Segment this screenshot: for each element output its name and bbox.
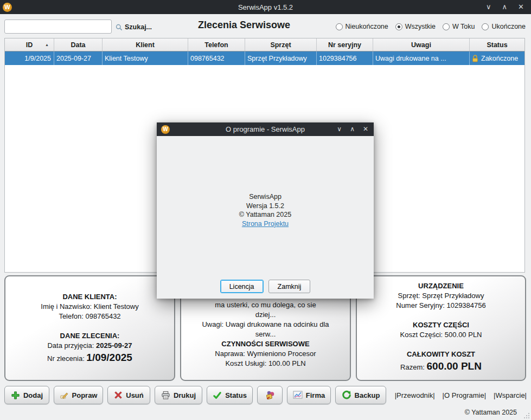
- resize-grip[interactable]: [523, 412, 530, 419]
- print-button[interactable]: Drukuj: [155, 386, 202, 404]
- service-notes-line2: serw...: [181, 329, 350, 339]
- dialog-maximize-icon[interactable]: ∧: [350, 122, 355, 136]
- filter-nieukonczone[interactable]: Nieukończone: [336, 23, 388, 30]
- total-cost-value: 600.00 PLN: [427, 360, 482, 372]
- order-number-line: Nr zlecenia: 1/09/2025: [5, 351, 174, 366]
- cell-id[interactable]: 1/9/2025: [5, 51, 54, 65]
- column-label: Telefon: [204, 41, 228, 49]
- radio-icon[interactable]: [443, 23, 450, 30]
- client-panel: DANE KLIENTA: Imię i Nazwisko: Klient Te…: [4, 275, 175, 381]
- maximize-icon[interactable]: ∧: [502, 0, 508, 14]
- dialog-minimize-icon[interactable]: ∨: [337, 122, 342, 136]
- cell-data[interactable]: 2025-09-27: [54, 51, 103, 65]
- button-label: Popraw: [72, 391, 98, 399]
- cell-uwagi[interactable]: Uwagi drukowane na ...: [373, 51, 470, 65]
- firm-button[interactable]: Firma: [287, 386, 331, 404]
- column-header-nr-seryjny[interactable]: Nr seryjny: [317, 38, 373, 51]
- total-cost-header: CAŁKOWITY KOSZT: [357, 350, 525, 359]
- column-label: Klient: [136, 41, 155, 49]
- bottom-toolbar: Dodaj Popraw Usuń Drukuj Status Firma Ba…: [4, 386, 527, 404]
- radio-icon[interactable]: [482, 23, 489, 30]
- column-label: Nr seryjny: [328, 41, 361, 49]
- license-button[interactable]: Licencja: [220, 280, 264, 293]
- filter-w-toku[interactable]: W Toku: [443, 23, 475, 30]
- cell-status[interactable]: Zakończone: [470, 51, 524, 65]
- search-icon: [116, 24, 123, 31]
- minimize-icon[interactable]: ∨: [486, 0, 491, 14]
- dialog-copyright: © Yattaman 2025: [157, 210, 374, 219]
- column-label: Status: [487, 41, 507, 49]
- column-label: Data: [71, 41, 85, 49]
- button-label: Drukuj: [174, 391, 196, 399]
- cell-nr-seryjny[interactable]: 1029384756: [317, 51, 373, 65]
- service-fault-line1: ma usterki, co mu dolega, co sie: [181, 300, 350, 310]
- service-panel-header: CZYNNOŚCI SERWISOWE: [181, 339, 350, 349]
- column-header-uwagi[interactable]: Uwagi: [373, 38, 470, 51]
- backup-refresh-icon: [342, 390, 351, 400]
- app-logo-icon: W: [3, 3, 12, 12]
- button-label: Backup: [355, 391, 380, 399]
- sort-ascending-icon: ▲: [45, 43, 49, 47]
- button-label: Usuń: [126, 391, 144, 399]
- dialog-titlebar: W O programie - SerwisApp ∨ ∧ ✕: [157, 122, 374, 136]
- cell-telefon[interactable]: 098765432: [188, 51, 245, 65]
- close-icon[interactable]: ✕: [518, 0, 524, 14]
- link-wsparcie[interactable]: |Wsparcie|: [494, 391, 527, 399]
- parts-cost-line: Koszt Części: 500.00 PLN: [357, 330, 525, 340]
- service-notes-line1: Uwagi: Uwagi drukowane na odcinku dla: [181, 320, 350, 329]
- filter-wszystkie[interactable]: Wszystkie: [395, 23, 436, 30]
- add-button[interactable]: Dodaj: [4, 386, 49, 404]
- column-header-data[interactable]: Data: [54, 38, 103, 51]
- button-label: Firma: [306, 391, 325, 399]
- table-header-row: ID ▲ Data Klient Telefon Sprzęt Nr seryj…: [5, 38, 524, 51]
- cell-sprzet[interactable]: Sprzęt Przykładowy: [245, 51, 317, 65]
- button-label: Dodaj: [23, 391, 43, 399]
- client-phone-line: Telefon: 098765432: [5, 312, 174, 321]
- dialog-close-icon[interactable]: ✕: [363, 122, 368, 136]
- total-cost-line: Razem: 600.00 PLN: [357, 359, 525, 374]
- client-name-line: Imię i Nazwisko: Klient Testowy: [5, 302, 174, 312]
- column-label: ID: [26, 41, 33, 49]
- edit-button[interactable]: Popraw: [54, 386, 103, 404]
- dialog-logo-icon: W: [161, 125, 170, 134]
- button-label: Status: [225, 391, 247, 399]
- device-panel: URZĄDZENIE Sprzęt: Sprzęt Przykładowy Nu…: [356, 275, 526, 381]
- radio-icon[interactable]: [336, 23, 343, 30]
- service-repair-line: Naprawa: Wymieniono Procesor: [181, 349, 350, 359]
- link-przewodnik[interactable]: |Przewodnik|: [395, 391, 435, 399]
- filter-ukonczone[interactable]: Ukończone: [482, 23, 526, 30]
- device-name-line: Sprzęt: Sprzęt Przykładowy: [357, 291, 525, 301]
- cell-klient[interactable]: Klient Testowy: [103, 51, 188, 65]
- pencil-icon: [60, 391, 69, 400]
- parts-cost-header: KOSZTY CZĘŚCI: [357, 320, 525, 330]
- backup-button[interactable]: Backup: [335, 386, 386, 404]
- dialog-version: Wersja 1.5.2: [157, 202, 374, 211]
- column-header-klient[interactable]: Klient: [103, 38, 188, 51]
- delete-button[interactable]: Usuń: [107, 386, 150, 404]
- column-header-telefon[interactable]: Telefon: [188, 38, 245, 51]
- column-header-status[interactable]: Status: [470, 38, 524, 51]
- device-panel-header: URZĄDZENIE: [357, 281, 525, 291]
- search-input[interactable]: [4, 20, 112, 34]
- search-label: Szukaj...: [116, 23, 152, 31]
- red-cross-icon: [114, 391, 123, 399]
- column-label: Sprzęt: [270, 41, 291, 49]
- tools-button[interactable]: [257, 386, 283, 404]
- filter-label: Ukończone: [491, 23, 526, 30]
- about-dialog: W O programie - SerwisApp ∨ ∧ ✕ SerwisAp…: [157, 122, 374, 299]
- link-o-programie[interactable]: |O Programie|: [443, 391, 486, 399]
- column-label: Uwagi: [411, 41, 431, 49]
- paint-tools-icon: [265, 390, 276, 400]
- device-serial-line: Numer Seryjny: 1029384756: [357, 301, 525, 311]
- column-header-sprzet[interactable]: Sprzęt: [245, 38, 317, 51]
- radio-icon[interactable]: [395, 23, 402, 30]
- project-page-link[interactable]: Strona Projektu: [242, 220, 289, 228]
- status-button[interactable]: Status: [207, 386, 253, 404]
- search-label-text: Szukaj...: [125, 23, 152, 31]
- dialog-close-button[interactable]: Zamknij: [268, 280, 311, 293]
- status-text: Zakończone: [481, 55, 518, 62]
- column-header-id[interactable]: ID ▲: [5, 38, 54, 51]
- table-row-selected[interactable]: 1/9/2025 2025-09-27 Klient Testowy 09876…: [5, 51, 524, 65]
- footer-copyright: © Yattaman 2025: [465, 409, 517, 416]
- toolbar-links: |Przewodnik| |O Programie| |Wsparcie|: [395, 391, 527, 399]
